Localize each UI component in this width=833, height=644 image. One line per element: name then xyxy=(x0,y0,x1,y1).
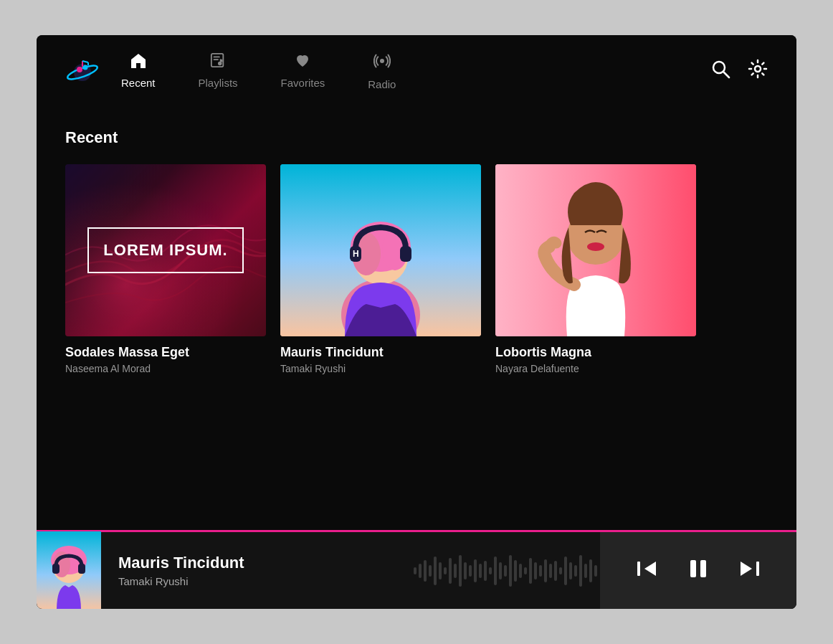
card-title-1: Sodales Massa Eget xyxy=(65,345,266,360)
svg-rect-72 xyxy=(637,562,640,576)
svg-rect-51 xyxy=(499,562,502,579)
nav-label-radio: Radio xyxy=(368,78,396,90)
nav-item-favorites[interactable]: Favorites xyxy=(281,52,325,90)
svg-rect-74 xyxy=(700,560,706,577)
svg-rect-47 xyxy=(479,564,482,578)
card-image-2: H xyxy=(280,164,481,336)
svg-line-13 xyxy=(723,72,729,77)
svg-point-14 xyxy=(755,66,761,72)
svg-rect-61 xyxy=(549,564,552,578)
svg-rect-70 xyxy=(594,565,597,577)
svg-rect-62 xyxy=(554,561,557,581)
card-title-2: Mauris Tincidunt xyxy=(280,345,481,360)
svg-point-3 xyxy=(83,65,88,70)
svg-rect-73 xyxy=(690,560,696,577)
svg-rect-68 xyxy=(584,564,587,578)
svg-rect-76 xyxy=(756,562,759,576)
svg-rect-23 xyxy=(400,246,411,262)
nav-item-radio[interactable]: Radio xyxy=(368,52,396,90)
logo-icon xyxy=(65,54,100,88)
lorem-box: LOREM IPSUM. xyxy=(87,227,243,273)
svg-rect-57 xyxy=(529,558,532,584)
card-art-teal: H xyxy=(280,164,481,336)
nav-label-playlists: Playlists xyxy=(199,77,238,89)
settings-button[interactable] xyxy=(748,59,768,84)
card-artist-1: Naseema Al Morad xyxy=(65,363,266,374)
svg-rect-45 xyxy=(469,565,472,577)
card-artist-3: Nayara Delafuente xyxy=(495,363,696,374)
section-title: Recent xyxy=(65,128,768,147)
svg-rect-33 xyxy=(78,564,85,574)
prev-button[interactable] xyxy=(622,558,672,583)
home-icon xyxy=(130,52,147,72)
svg-rect-50 xyxy=(494,557,497,585)
lorem-text: LOREM IPSUM. xyxy=(103,242,227,259)
svg-rect-37 xyxy=(429,565,432,577)
svg-rect-56 xyxy=(524,567,527,574)
svg-rect-53 xyxy=(509,555,512,587)
music-card-3[interactable]: Lobortis Magna Nayara Delafuente xyxy=(495,164,696,374)
svg-text:H: H xyxy=(353,249,359,259)
search-button[interactable] xyxy=(710,59,730,84)
player-artist: Tamaki Ryushi xyxy=(118,575,396,587)
svg-rect-38 xyxy=(434,557,437,585)
nav-label-favorites: Favorites xyxy=(281,77,325,89)
app-container: Recent Playlists xyxy=(37,35,796,609)
svg-rect-60 xyxy=(544,559,547,582)
player-title: Mauris Tincidunt xyxy=(118,554,396,572)
svg-rect-8 xyxy=(214,56,220,57)
svg-marker-75 xyxy=(741,562,752,576)
svg-rect-42 xyxy=(454,564,457,578)
svg-rect-52 xyxy=(504,565,507,577)
svg-rect-36 xyxy=(424,560,427,582)
svg-point-27 xyxy=(587,242,604,251)
svg-rect-34 xyxy=(414,567,416,574)
svg-rect-49 xyxy=(489,567,492,574)
svg-point-11 xyxy=(380,59,384,63)
svg-point-10 xyxy=(218,61,222,65)
svg-rect-40 xyxy=(444,567,447,574)
svg-rect-35 xyxy=(419,564,422,578)
svg-rect-9 xyxy=(214,59,219,60)
player-waveform xyxy=(414,549,600,592)
svg-rect-63 xyxy=(559,567,562,574)
svg-rect-32 xyxy=(52,564,60,574)
card-image-3 xyxy=(495,164,696,336)
svg-rect-48 xyxy=(484,561,487,581)
nav-actions xyxy=(710,59,768,84)
svg-marker-71 xyxy=(644,562,656,576)
svg-rect-54 xyxy=(514,560,517,582)
logo xyxy=(65,54,100,88)
svg-rect-44 xyxy=(464,562,467,579)
svg-rect-58 xyxy=(534,562,537,579)
top-nav: Recent Playlists xyxy=(37,35,796,107)
svg-rect-66 xyxy=(574,565,577,577)
music-card-2[interactable]: H Mauris Tincidunt Tamaki Ryushi xyxy=(280,164,481,374)
svg-rect-46 xyxy=(474,559,477,582)
svg-rect-55 xyxy=(519,564,522,578)
pause-button[interactable] xyxy=(672,557,725,584)
music-card-1[interactable]: LOREM IPSUM. Sodales Massa Eget Naseema … xyxy=(65,164,266,374)
svg-rect-39 xyxy=(439,562,442,579)
nav-label-recent: Recent xyxy=(121,77,156,89)
player-info: Mauris Tincidunt Tamaki Ryushi xyxy=(101,554,414,587)
card-title-3: Lobortis Magna xyxy=(495,345,696,360)
heart-icon xyxy=(294,52,311,72)
svg-rect-59 xyxy=(539,565,542,577)
svg-rect-43 xyxy=(459,555,462,587)
cards-grid: LOREM IPSUM. Sodales Massa Eget Naseema … xyxy=(65,164,768,374)
svg-rect-67 xyxy=(579,555,582,587)
radio-icon xyxy=(373,52,391,74)
player-thumbnail xyxy=(37,531,101,610)
svg-rect-41 xyxy=(449,558,452,584)
nav-item-playlists[interactable]: Playlists xyxy=(199,52,238,90)
card-art-pink xyxy=(495,164,696,336)
nav-item-recent[interactable]: Recent xyxy=(121,52,156,90)
svg-rect-64 xyxy=(564,557,567,585)
nav-items: Recent Playlists xyxy=(121,52,710,90)
svg-point-2 xyxy=(77,67,82,72)
next-button[interactable] xyxy=(725,558,775,583)
svg-rect-69 xyxy=(589,559,592,582)
card-image-1: LOREM IPSUM. xyxy=(65,164,266,336)
player-bar: Mauris Tincidunt Tamaki Ryushi xyxy=(37,530,796,609)
